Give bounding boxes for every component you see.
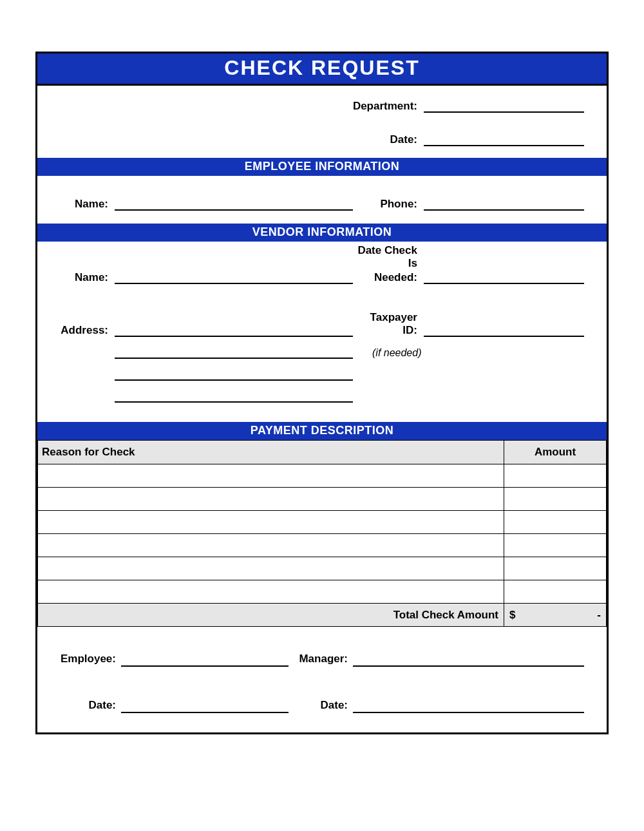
reason-cell[interactable] [38,488,504,511]
form-title: CHECK REQUEST [37,53,607,86]
taxpayer-id-label: Taxpayer ID: [353,311,424,337]
date-needed-label-line2: Needed: [353,271,424,284]
amount-cell[interactable] [504,534,607,557]
employee-name-field[interactable] [115,195,353,211]
sig-manager-field[interactable] [353,653,584,667]
vendor-name-field[interactable] [115,269,353,284]
sig-employee-label: Employee: [44,653,121,667]
reason-header: Reason for Check [38,441,504,464]
vendor-address-field-3[interactable] [115,365,353,381]
amount-cell[interactable] [504,557,607,580]
payment-table: Reason for Check Amount Total Check Amou… [37,440,607,627]
sig-employee-date-field[interactable] [121,699,289,713]
vendor-section-title: VENDOR INFORMATION [37,224,607,242]
total-amount-cell: $ - [504,604,607,627]
header-date-field[interactable] [424,131,584,146]
amount-cell[interactable] [504,488,607,511]
reason-cell[interactable] [38,580,504,604]
amount-cell[interactable] [504,580,607,604]
reason-cell[interactable] [38,534,504,557]
payment-section-title: PAYMENT DESCRIPTION [37,422,607,440]
total-label: Total Check Amount [38,604,504,627]
vendor-address-field-4[interactable] [115,387,353,403]
vendor-address-field-1[interactable] [115,321,353,337]
amount-header: Amount [504,441,607,464]
header-date-label: Date: [37,133,424,146]
sig-employee-date-label: Date: [44,699,121,713]
sig-manager-label: Manager: [289,653,353,667]
employee-phone-label: Phone: [353,198,424,211]
department-field[interactable] [424,97,584,113]
vendor-name-label: Name: [37,271,115,284]
employee-phone-field[interactable] [424,195,584,211]
vendor-address-label: Address: [37,324,115,337]
reason-cell[interactable] [38,511,504,534]
sig-manager-date-label: Date: [289,699,353,713]
employee-name-label: Name: [37,198,115,211]
date-needed-field[interactable] [424,269,584,284]
taxpayer-id-field[interactable] [424,321,584,337]
check-request-form: CHECK REQUEST Department: Date: EMPLOYEE… [35,52,609,734]
employee-section-title: EMPLOYEE INFORMATION [37,158,607,176]
amount-cell[interactable] [504,464,607,488]
reason-cell[interactable] [38,557,504,580]
taxpayer-hint: (if needed) [353,347,424,359]
sig-manager-date-field[interactable] [353,699,584,713]
reason-cell[interactable] [38,464,504,488]
total-currency: $ [509,609,515,622]
amount-cell[interactable] [504,511,607,534]
sig-employee-field[interactable] [121,653,289,667]
department-label: Department: [37,100,424,113]
signatures: Employee: Manager: Date: Date: [37,627,607,732]
vendor-address-field-2[interactable] [115,343,353,359]
date-needed-label-line1: Date Check Is [353,244,424,270]
total-value: - [597,609,601,622]
